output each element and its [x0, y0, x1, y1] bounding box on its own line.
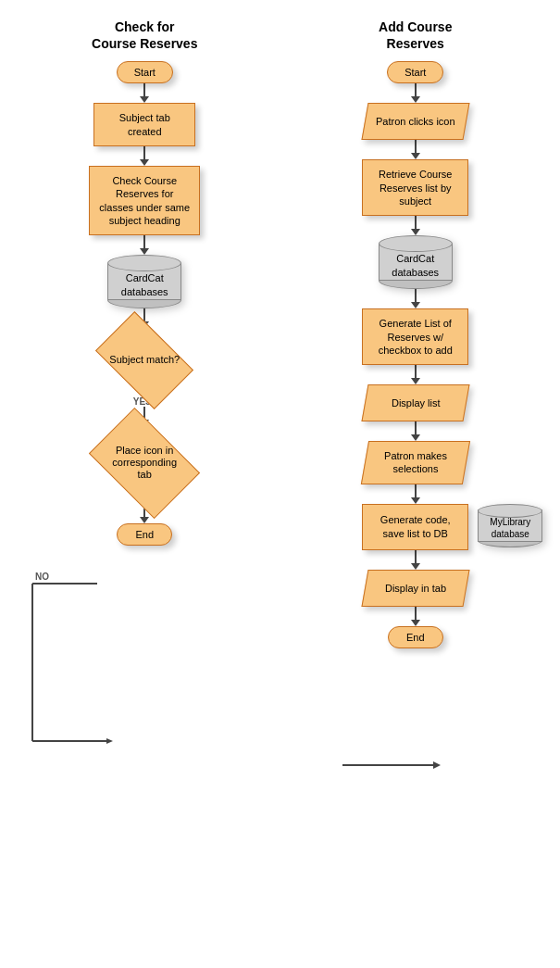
- arrow2-7: [411, 484, 420, 504]
- mylibrary-db: MyLibrary database: [478, 504, 542, 547]
- subjecttab-shape: Subject tab created: [93, 103, 195, 146]
- patronselects-shape: Patron makes selections: [361, 441, 470, 484]
- subjectmatch-text: Subject match?: [107, 355, 181, 367]
- displaylist-text: Display list: [391, 396, 440, 409]
- patronclicks-text: Patron clicks icon: [376, 115, 455, 128]
- arrow2-1: [411, 83, 420, 103]
- arrow1: [140, 83, 149, 103]
- patronclicks-shape: Patron clicks icon: [361, 103, 469, 140]
- displaytab-text: Display in tab: [385, 582, 446, 595]
- displaytab-shape: Display in tab: [361, 570, 469, 607]
- patronclicks-node: Patron clicks icon: [365, 103, 467, 140]
- col1-title: Check for Course Reserves: [92, 19, 197, 52]
- diamond1-wrapper: Subject match?: [98, 328, 191, 393]
- start2-shape: Start: [387, 61, 443, 83]
- end2-node: End: [388, 626, 443, 648]
- generatelist-shape: Generate List of Reserves w/ checkbox to…: [362, 308, 468, 365]
- arrow2-3: [411, 216, 420, 235]
- cardcat2-shape: CardCat databases: [379, 235, 453, 289]
- start2-node: Start: [387, 61, 443, 83]
- col2-title: Add Course Reserves: [379, 19, 452, 52]
- arrow2: [140, 146, 149, 166]
- mylibrary-db-container: MyLibrary database: [478, 504, 542, 547]
- diamond2-wrapper: Place icon in corresponding tab: [89, 426, 200, 500]
- displaylist-shape: Display list: [361, 384, 469, 421]
- checkcourse-node: Check Course Reserves for classes under …: [89, 166, 200, 235]
- placeicon-text: Place icon in corresponding tab: [107, 445, 181, 482]
- start1-shape: Start: [117, 61, 173, 83]
- end1-shape: End: [117, 523, 172, 546]
- mylibrary-cyl-top: [478, 504, 542, 518]
- placeicon-node: Place icon in corresponding tab: [89, 426, 200, 500]
- arrow2-8: [411, 550, 420, 570]
- subjectmatch-node: Subject match?: [98, 328, 191, 393]
- arrow2-2: [411, 140, 420, 159]
- subjecttab-node: Subject tab created: [93, 103, 195, 146]
- retrievecourse-shape: Retrieve Course Reserves list by subject: [362, 159, 468, 216]
- end2-shape: End: [388, 626, 443, 648]
- retrievecourse-node: Retrieve Course Reserves list by subject: [362, 159, 468, 216]
- arrow2-6: [411, 421, 420, 441]
- displaylist-node: Display list: [365, 384, 467, 421]
- yes-label: YES: [82, 396, 152, 407]
- cardcat1-node: CardCat databases: [107, 255, 181, 308]
- checkcourse-shape: Check Course Reserves for classes under …: [89, 166, 200, 235]
- arrow2-5: [411, 365, 420, 384]
- cardcat2-node: CardCat databases: [379, 235, 453, 289]
- start1-node: Start: [117, 61, 173, 83]
- generatelist-node: Generate List of Reserves w/ checkbox to…: [362, 308, 468, 365]
- arrow2-9: [411, 607, 420, 626]
- svg-marker-3: [106, 738, 113, 744]
- patronselects-node: Patron makes selections: [365, 441, 467, 484]
- svg-marker-6: [433, 761, 441, 769]
- generatecode-node: Generate code, save list to DB MyLibrary…: [362, 504, 468, 550]
- generatecode-shape: Generate code, save list to DB: [362, 504, 468, 550]
- displaytab-node: Display in tab: [365, 570, 467, 607]
- end1-node: End: [117, 523, 172, 546]
- cardcat1-shape: CardCat databases: [107, 255, 181, 308]
- arrow2-4: [411, 289, 420, 308]
- subjectmatch-shape: Subject match?: [95, 311, 193, 409]
- arrow3: [140, 235, 149, 255]
- patronselects-text: Patron makes selections: [375, 449, 456, 476]
